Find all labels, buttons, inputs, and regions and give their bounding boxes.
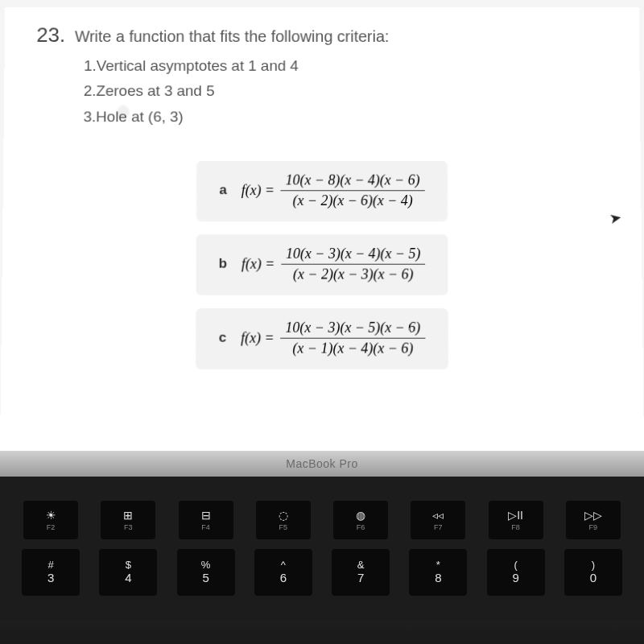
fraction: 10(x − 8)(x − 4)(x − 6) (x − 2)(x − 6)(x… [281,172,425,209]
key-label: F2 [47,523,56,531]
key-f9[interactable]: ▷▷ F9 [566,501,621,539]
numerator: 10(x − 3)(x − 5)(x − 6) [281,320,426,339]
question-number: 23. [36,23,65,47]
formula: f(x) = 10(x − 8)(x − 4)(x − 6) (x − 2)(x… [242,172,425,209]
brightness-down-icon: ☀ [46,509,56,522]
answer-letter: b [219,256,227,272]
formula: f(x) = 10(x − 3)(x − 5)(x − 6) (x − 1)(x… [241,320,425,357]
numerator: 10(x − 8)(x − 4)(x − 6) [281,172,425,192]
fraction: 10(x − 3)(x − 5)(x − 6) (x − 1)(x − 4)(x… [281,320,426,357]
key-symbol: * [436,559,440,570]
key-f7[interactable]: ◃◃ F7 [411,501,465,539]
mission-control-icon: ⊞ [123,509,133,522]
key-f3[interactable]: ⊞ F3 [101,501,155,539]
numerator: 10(x − 3)(x − 4)(x − 5) [281,246,425,265]
laptop-body: MacBook Pro ☀ F2 ⊞ F3 ⊟ F4 ◌ F5 ◍ F6 [0,451,644,644]
key-digit: 0 [590,570,597,586]
key-label: F9 [589,523,598,531]
formula-lhs: f(x) = [241,330,275,347]
answer-option-b[interactable]: b f(x) = 10(x − 3)(x − 4)(x − 5) (x − 2)… [196,234,448,294]
formula-lhs: f(x) = [242,182,275,199]
rewind-icon: ◃◃ [432,509,444,522]
worksheet-page: 23. Write a function that fits the follo… [0,7,644,451]
key-digit: 3 [47,570,54,586]
key-label: F7 [434,523,443,531]
function-key-row: ☀ F2 ⊞ F3 ⊟ F4 ◌ F5 ◍ F6 ◃◃ F7 [16,501,628,539]
key-digit: 5 [202,570,208,586]
key-f5[interactable]: ◌ F5 [256,501,311,539]
formula: f(x) = 10(x − 3)(x − 4)(x − 5) (x − 2)(x… [242,246,426,283]
key-symbol: ( [514,559,517,570]
smudge [117,105,130,120]
key-6[interactable]: ^ 6 [254,549,312,596]
play-pause-icon: ▷II [508,509,523,522]
key-label: F3 [124,523,133,531]
key-f4[interactable]: ⊟ F4 [179,501,233,539]
key-digit: 4 [125,570,131,586]
answer-option-a[interactable]: a f(x) = 10(x − 8)(x − 4)(x − 6) (x − 2)… [197,161,448,221]
key-digit: 7 [357,570,364,586]
fraction: 10(x − 3)(x − 4)(x − 5) (x − 2)(x − 3)(x… [281,246,425,283]
key-0[interactable]: ) 0 [564,549,622,596]
key-3[interactable]: # 3 [22,549,80,596]
criteria-list: 1.Vertical asymptotes at 1 and 4 2.Zeroe… [83,53,608,129]
key-f6[interactable]: ◍ F6 [333,501,388,539]
formula-lhs: f(x) = [242,256,275,273]
key-symbol: & [357,559,365,570]
key-label: F6 [357,523,365,531]
key-symbol: $ [126,559,131,570]
key-symbol: # [48,559,54,570]
answer-letter: c [219,330,227,346]
denominator: (x − 1)(x − 4)(x − 6) [288,339,419,357]
key-f2[interactable]: ☀ F2 [23,501,78,539]
key-digit: 8 [435,570,441,586]
key-f8[interactable]: ▷II F8 [489,501,543,539]
key-label: F8 [511,523,520,531]
key-9[interactable]: ( 9 [487,549,545,596]
key-digit: 9 [512,570,518,586]
answer-option-c[interactable]: c f(x) = 10(x − 3)(x − 5)(x − 6) (x − 1)… [196,308,448,368]
key-label: F5 [279,523,288,531]
criteria-item: 2.Zeroes at 3 and 5 [84,79,609,104]
number-key-row: # 3 $ 4 % 5 ^ 6 & 7 * 8 [16,549,628,596]
question-header: 23. Write a function that fits the follo… [36,23,607,47]
key-symbol: ^ [281,559,286,570]
launchpad-icon: ⊟ [201,509,211,522]
criteria-item: 1.Vertical asymptotes at 1 and 4 [84,53,608,78]
forward-icon: ▷▷ [584,509,602,522]
key-7[interactable]: & 7 [332,549,390,596]
keyboard-dim-icon: ◌ [279,509,288,522]
key-symbol: % [201,559,211,570]
criteria-item: 3.Hole at (6, 3) [83,104,608,130]
laptop-brand-bar: MacBook Pro [0,451,644,477]
key-label: F4 [201,523,210,531]
keyboard-bright-icon: ◍ [356,509,365,522]
key-symbol: ) [592,559,595,570]
key-4[interactable]: $ 4 [99,549,157,596]
answer-letter: a [219,183,226,199]
question-prompt: Write a function that fits the following… [75,27,390,45]
laptop-brand: MacBook Pro [286,457,358,470]
answers-container: a f(x) = 10(x − 8)(x − 4)(x − 6) (x − 2)… [33,161,611,368]
keyboard: ☀ F2 ⊞ F3 ⊟ F4 ◌ F5 ◍ F6 ◃◃ F7 [0,477,644,620]
denominator: (x − 2)(x − 6)(x − 4) [288,191,418,209]
key-5[interactable]: % 5 [177,549,235,596]
key-digit: 6 [280,570,287,586]
denominator: (x − 2)(x − 3)(x − 6) [288,265,418,283]
key-8[interactable]: * 8 [409,549,467,596]
